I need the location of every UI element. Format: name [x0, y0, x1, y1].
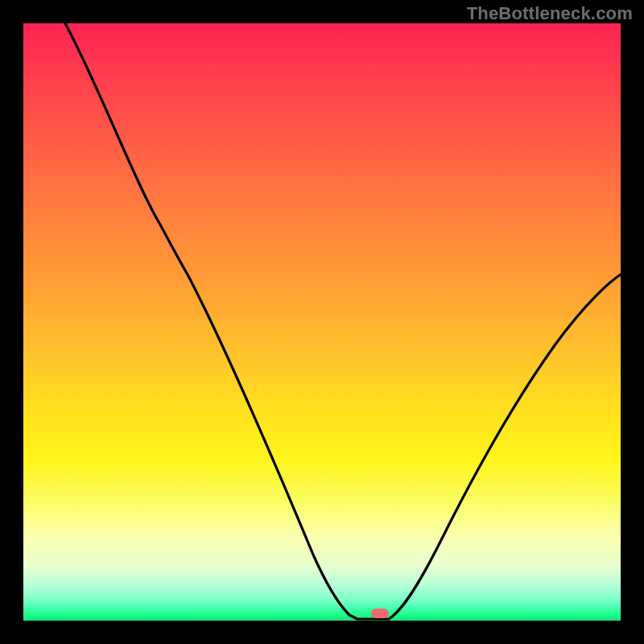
optimal-point-marker	[371, 609, 389, 618]
chart-stage: TheBottleneck.com	[0, 0, 644, 644]
plot-area	[23, 23, 621, 621]
curve-path	[65, 23, 621, 619]
bottleneck-curve	[23, 23, 621, 621]
watermark-label: TheBottleneck.com	[467, 3, 633, 24]
